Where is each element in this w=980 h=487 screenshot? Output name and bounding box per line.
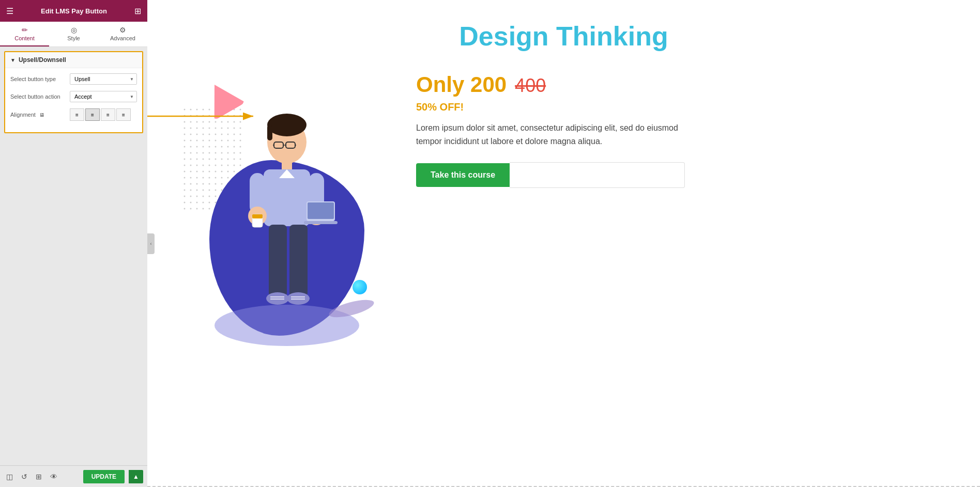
svg-rect-22 bbox=[308, 202, 334, 219]
hamburger-icon[interactable]: ☰ bbox=[6, 6, 13, 16]
grid-icon[interactable]: ⊞ bbox=[134, 6, 141, 16]
svg-rect-6 bbox=[267, 125, 272, 140]
panel-title: Edit LMS Pay Button bbox=[41, 7, 107, 15]
alignment-control: ≡ ≡ ≡ ≡ bbox=[70, 108, 137, 121]
svg-rect-23 bbox=[304, 221, 338, 224]
update-dropdown-button[interactable]: ▲ bbox=[129, 470, 143, 483]
button-type-label: Select button type bbox=[10, 76, 70, 82]
price-old: 400 bbox=[515, 75, 546, 97]
alignment-device-icon: 🖥 bbox=[39, 112, 44, 118]
button-action-select-wrapper: Accept Decline bbox=[70, 91, 137, 102]
cta-wrapper: Take this course bbox=[416, 162, 685, 188]
button-action-select[interactable]: Accept Decline bbox=[70, 91, 137, 102]
button-type-select[interactable]: Upsell Downsell bbox=[70, 73, 137, 85]
button-type-select-wrapper: Upsell Downsell bbox=[70, 73, 137, 85]
tab-content[interactable]: ✏ Content bbox=[0, 22, 49, 46]
tab-advanced[interactable]: ⚙ Advanced bbox=[98, 22, 147, 46]
svg-point-27 bbox=[287, 292, 310, 305]
course-illustration bbox=[178, 67, 395, 367]
left-panel: ☰ Edit LMS Pay Button ⊞ ✏ Content ◎ Styl… bbox=[0, 0, 147, 487]
tabs-bar: ✏ Content ◎ Style ⚙ Advanced bbox=[0, 22, 147, 47]
upsell-section: ▼ Upsell/Downsell Select button type Ups… bbox=[4, 51, 143, 133]
svg-rect-18 bbox=[252, 214, 263, 218]
layout-icon[interactable]: ⊞ bbox=[34, 470, 44, 483]
course-description: Lorem ipsum dolor sit amet, consectetur … bbox=[416, 121, 685, 148]
cyan-ball bbox=[353, 280, 367, 294]
svg-rect-12 bbox=[282, 160, 292, 170]
content-tab-icon: ✏ bbox=[22, 26, 28, 34]
button-action-row: Select button action Accept Decline bbox=[10, 91, 137, 102]
alignment-row: Alignment 🖥 ≡ ≡ ≡ ≡ bbox=[10, 108, 137, 121]
section-title: Upsell/Downsell bbox=[19, 56, 66, 64]
section-body: Select button type Upsell Downsell Selec… bbox=[5, 68, 142, 132]
update-button[interactable]: UPDATE bbox=[83, 470, 125, 483]
alignment-label: Alignment 🖥 bbox=[10, 112, 70, 118]
button-type-row: Select button type Upsell Downsell bbox=[10, 73, 137, 85]
panel-header: ☰ Edit LMS Pay Button ⊞ bbox=[0, 0, 147, 22]
bottom-toolbar: ◫ ↺ ⊞ 👁 UPDATE ▲ bbox=[0, 465, 147, 487]
take-course-button[interactable]: Take this course bbox=[416, 163, 510, 187]
align-right-button[interactable]: ≡ bbox=[101, 108, 115, 121]
discount-badge: 50% OFF! bbox=[416, 101, 949, 113]
character-body bbox=[230, 114, 344, 341]
course-info: Only 200 400 50% OFF! Lorem ipsum dolor … bbox=[416, 67, 949, 188]
svg-rect-24 bbox=[269, 225, 287, 297]
button-action-label: Select button action bbox=[10, 93, 70, 100]
svg-rect-25 bbox=[289, 225, 308, 297]
section-header[interactable]: ▼ Upsell/Downsell bbox=[5, 52, 142, 68]
course-main: Only 200 400 50% OFF! Lorem ipsum dolor … bbox=[178, 67, 949, 367]
cta-spacer bbox=[510, 162, 685, 188]
canvas-area: Design Thinking bbox=[147, 0, 980, 487]
tab-content-label: Content bbox=[14, 35, 35, 41]
course-image-area bbox=[178, 67, 395, 367]
price-current: Only 200 bbox=[416, 72, 507, 97]
collapse-arrow-icon: ▼ bbox=[10, 57, 16, 63]
align-center-button[interactable]: ≡ bbox=[85, 108, 100, 121]
tab-advanced-label: Advanced bbox=[110, 35, 135, 41]
collapse-handle[interactable]: ‹ bbox=[147, 233, 155, 254]
align-left-button[interactable]: ≡ bbox=[70, 108, 84, 121]
style-tab-icon: ◎ bbox=[71, 26, 77, 34]
alignment-buttons: ≡ ≡ ≡ ≡ bbox=[70, 108, 137, 121]
price-row: Only 200 400 bbox=[416, 72, 949, 97]
layers-icon[interactable]: ◫ bbox=[4, 470, 15, 483]
course-title: Design Thinking bbox=[178, 21, 949, 52]
history-icon[interactable]: ↺ bbox=[19, 470, 29, 483]
character-svg bbox=[230, 114, 344, 341]
button-action-control: Accept Decline bbox=[70, 91, 137, 102]
svg-point-5 bbox=[267, 114, 307, 136]
eye-icon[interactable]: 👁 bbox=[48, 470, 59, 483]
svg-point-26 bbox=[266, 292, 289, 305]
advanced-tab-icon: ⚙ bbox=[119, 26, 126, 34]
tab-style-label: Style bbox=[67, 35, 80, 41]
align-justify-button[interactable]: ≡ bbox=[116, 108, 131, 121]
button-type-control: Upsell Downsell bbox=[70, 73, 137, 85]
tab-style[interactable]: ◎ Style bbox=[49, 22, 98, 46]
panel-content: ▼ Upsell/Downsell Select button type Ups… bbox=[0, 47, 147, 465]
